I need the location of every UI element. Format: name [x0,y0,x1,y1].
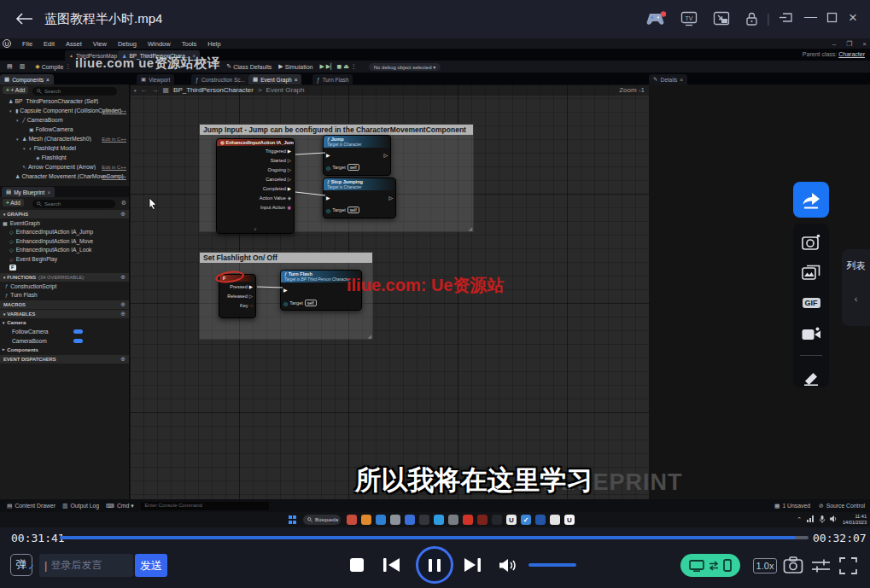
svg-text:TV: TV [686,15,693,21]
pin-icon: ○ [250,303,253,308]
minimize-button[interactable]: — [804,9,817,23]
image-capture-button[interactable] [801,263,821,282]
log-icon: ▥ [62,503,67,509]
snapshot-button[interactable] [783,556,803,578]
variable-list-item: CameraBoom [0,336,129,346]
cast-device-button[interactable] [680,554,740,577]
pin-icon: ◆ [288,195,291,201]
my-blueprint-icon: ▤ [6,189,11,195]
component-tree-row: ▾ ◐ Flashlight Model [0,143,129,153]
ue-menu-item: Edit [44,40,55,48]
simulate-icon: ▶ [278,63,283,70]
add-graph-icon: ⊕ [120,211,126,218]
source-control-button: ⊘Source Control [819,503,865,509]
maximize-button[interactable] [826,11,838,26]
input-placeholder: 登录后发言 [50,558,102,573]
boss-key-icon[interactable] [779,11,794,27]
back-button[interactable] [14,11,34,30]
titlebar-divider: | [767,12,770,26]
titlebar: 蓝图教程半小时.mp4 TV [0,0,870,38]
window-title: 蓝图教程半小时.mp4 [44,11,162,27]
volume-button[interactable] [499,558,519,576]
taskbar-app-icon [390,515,400,525]
event-graph-canvas: ▾ ← → ▦ BP_ThirdPersonCharacter > Event … [130,84,649,499]
stop-button[interactable] [350,558,364,572]
mic-icon [820,515,825,524]
node-output-pin: Completed ▶ [217,183,294,193]
tab-my-blueprint: ▤ My Blueprint × [2,187,55,197]
macros-section-header: MACROS ⊕ [0,300,129,309]
tab-viewport: ▣Viewport [137,74,174,84]
annotate-pen-button[interactable] [801,368,821,387]
component-icon: ◐ [29,146,32,151]
pause-button[interactable] [416,546,453,584]
settings-button[interactable] [811,558,831,577]
taskbar-app-icon [448,515,458,525]
nav-back-icon: ← [141,86,148,94]
lock-icon[interactable] [744,11,759,30]
close-button[interactable]: × [849,9,857,26]
network-icon [807,515,815,523]
ue-menu-item: File [22,40,32,48]
unsaved-badge: ▦1 Unsaved [774,503,810,509]
function-icon: ƒ [5,293,8,298]
viewport-icon: ▣ [141,76,146,83]
total-time: 00:32:07 [813,532,867,544]
next-button[interactable] [463,557,481,576]
danmaku-toggle[interactable]: 弹 ✓ [10,554,32,576]
monitor-icon [689,560,704,572]
share-button[interactable] [793,182,829,218]
tab-components: ▦ Components × [0,74,54,84]
graph-icon: ▦ [163,86,170,94]
fullscreen-button[interactable] [839,557,857,578]
key-event-item: F [0,264,129,273]
input-caret: | [44,559,47,572]
subtitle-text: 所以我将在这里学习 [162,463,785,498]
component-tree-row: ▾ ╱ CameraBoom [0,115,129,125]
functions-list: ƒ ConstructionScript ƒ Turn Flash [0,282,129,300]
screenshot-camera-button[interactable] [801,232,821,251]
components-add-button: + + Add [3,86,28,94]
simulation-button: ▶Simulation [278,63,312,70]
taskbar-app-icon: U [506,515,517,525]
start-button-icon [289,515,297,524]
add-function-icon: ⊕ [120,274,126,281]
volume-icon [830,515,838,523]
mouse-cursor [149,197,158,210]
compile-icon: ◈ [35,63,39,70]
playback-speed-button[interactable]: 1.0x [753,558,777,573]
gamepad-icon[interactable] [645,11,667,31]
map-icon: ▲ [69,53,73,58]
mini-player-icon[interactable] [713,11,730,29]
progress-bar[interactable] [60,536,809,539]
cmd-dropdown: ⌨Cmd ▾ [106,503,133,509]
gif-capture-button[interactable]: GIF [801,294,821,312]
speaker-icon [499,558,519,573]
danmaku-input[interactable]: | 登录后发言 [39,554,133,577]
playlist-tab[interactable]: 列表 ‹ [842,249,870,326]
ue-minimize-glyph: – [832,40,836,48]
dispatchers-section-header: EVENT DISPATCHERS ⊕ [0,355,129,364]
graph-item-icon: ◇ [9,256,14,262]
pin-icon: ▷ [288,158,291,163]
nav-forward-icon: → [152,86,159,94]
marker-pen-icon [802,370,820,386]
components-tree: ♟ BP_ThirdPersonCharacter (Self) ▾ ▮ Cap… [0,96,129,181]
previous-button[interactable] [383,557,401,576]
send-button[interactable]: 发送 [135,554,167,577]
video-surface[interactable]: U FileEditAssetViewDebugWindowToolsHelp … [0,38,870,527]
edit-in-cpp-link: Edit in C++ [102,108,126,114]
graph-item-icon: ◇ [9,238,14,244]
taskbar-app-icon [492,515,502,525]
node-output-pin: Canceled ▷ [217,174,294,183]
ue-menu-item: Window [148,40,171,48]
gif-icon: GIF [803,298,820,308]
tv-icon[interactable]: TV [680,11,698,30]
video-record-button[interactable] [801,324,821,343]
volume-slider[interactable] [528,563,576,567]
ue-menu-item: Asset [66,40,82,48]
graph-item-icon: ◇ [9,247,14,253]
pin-icon: ▷ [288,167,291,172]
node-output-pin: Key ○ [219,300,255,310]
component-tree-row: ♟ Character Movement (CharMoveComp) Edit… [0,172,129,181]
